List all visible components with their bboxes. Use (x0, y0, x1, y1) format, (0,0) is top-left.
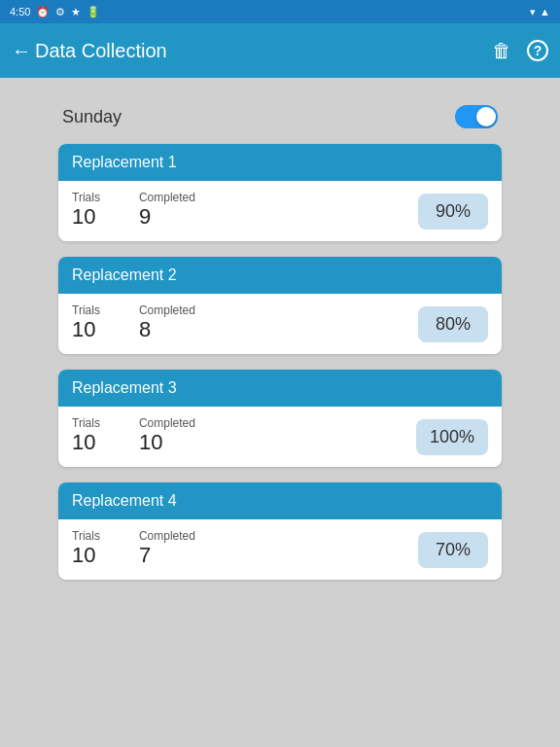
status-bar: 4:50 ⏰ ⚙ ★ 🔋 ▾ ▲ (0, 0, 560, 23)
trials-label-2: Trials (72, 303, 100, 317)
back-button[interactable]: ← (12, 40, 31, 62)
completed-group-3: Completed 10 (139, 416, 195, 455)
help-button[interactable]: ? (527, 40, 548, 61)
day-toggle[interactable] (455, 105, 498, 128)
completed-label-3: Completed (139, 416, 195, 430)
trials-value-3: 10 (72, 430, 100, 455)
card-body-4: Trials 10 Completed 7 70% (58, 519, 502, 580)
card-title-3: Replacement 3 (72, 379, 177, 396)
completed-group-4: Completed 7 (139, 529, 195, 568)
delete-button[interactable]: 🗑 (492, 40, 511, 62)
status-right: ▾ ▲ (530, 6, 550, 18)
percent-badge-1[interactable]: 90% (418, 194, 488, 230)
day-label: Sunday (62, 107, 122, 127)
card-body-1: Trials 10 Completed 9 90% (58, 181, 502, 241)
completed-group-1: Completed 9 (139, 191, 195, 230)
card-header-2: Replacement 2 (58, 257, 502, 294)
trials-group-1: Trials 10 (72, 191, 100, 230)
completed-label-1: Completed (139, 191, 195, 204)
card-stats-2: Trials 10 Completed 8 (72, 303, 195, 342)
alarm-icon: ⏰ (36, 6, 50, 18)
card-body-2: Trials 10 Completed 8 80% (58, 294, 502, 354)
settings-icon: ⚙ (55, 6, 65, 18)
completed-value-3: 10 (139, 430, 195, 455)
percent-badge-4[interactable]: 70% (418, 532, 488, 568)
card-stats-4: Trials 10 Completed 7 (72, 529, 195, 568)
completed-value-1: 9 (139, 204, 195, 230)
trials-group-4: Trials 10 (72, 529, 100, 568)
card-stats-3: Trials 10 Completed 10 (72, 416, 195, 455)
trials-value-2: 10 (72, 317, 100, 342)
trials-group-3: Trials 10 (72, 416, 100, 455)
percent-badge-2[interactable]: 80% (418, 306, 488, 342)
signal-icon: ▲ (540, 6, 550, 18)
card-title-1: Replacement 1 (72, 154, 177, 170)
card-replacement-1: Replacement 1 Trials 10 Completed 9 90% (58, 144, 502, 241)
trials-label-1: Trials (72, 191, 100, 204)
page-title: Data Collection (35, 40, 167, 62)
completed-label-4: Completed (139, 529, 195, 543)
card-body-3: Trials 10 Completed 10 100% (58, 407, 502, 467)
bluetooth-icon: ★ (71, 6, 81, 18)
status-time: 4:50 (10, 6, 30, 18)
card-replacement-3: Replacement 3 Trials 10 Completed 10 100… (58, 370, 502, 467)
percent-badge-3[interactable]: 100% (416, 419, 488, 455)
card-title-2: Replacement 2 (72, 267, 177, 283)
trials-label-3: Trials (72, 416, 100, 430)
battery-icon: 🔋 (87, 6, 100, 18)
trials-value-4: 10 (72, 543, 100, 568)
trials-label-4: Trials (72, 529, 100, 543)
wifi-icon: ▾ (530, 6, 536, 18)
card-header-4: Replacement 4 (58, 482, 502, 519)
completed-label-2: Completed (139, 303, 195, 317)
status-left: 4:50 ⏰ ⚙ ★ 🔋 (10, 6, 100, 18)
toolbar: ← Data Collection 🗑 ? (0, 23, 560, 78)
toolbar-left: ← Data Collection (12, 40, 167, 62)
card-stats-1: Trials 10 Completed 9 (72, 191, 195, 230)
completed-group-2: Completed 8 (139, 303, 195, 342)
completed-value-4: 7 (139, 543, 195, 568)
trials-group-2: Trials 10 (72, 303, 100, 342)
main-content: Sunday Replacement 1 Trials 10 Completed… (0, 78, 560, 611)
card-replacement-2: Replacement 2 Trials 10 Completed 8 80% (58, 257, 502, 354)
card-header-3: Replacement 3 (58, 370, 502, 407)
toolbar-right: 🗑 ? (492, 40, 548, 62)
day-row: Sunday (58, 93, 502, 144)
trials-value-1: 10 (72, 204, 100, 230)
card-replacement-4: Replacement 4 Trials 10 Completed 7 70% (58, 482, 502, 580)
completed-value-2: 8 (139, 317, 195, 342)
card-title-4: Replacement 4 (72, 492, 177, 509)
cards-list: Replacement 1 Trials 10 Completed 9 90% (58, 144, 502, 580)
card-header-1: Replacement 1 (58, 144, 502, 181)
